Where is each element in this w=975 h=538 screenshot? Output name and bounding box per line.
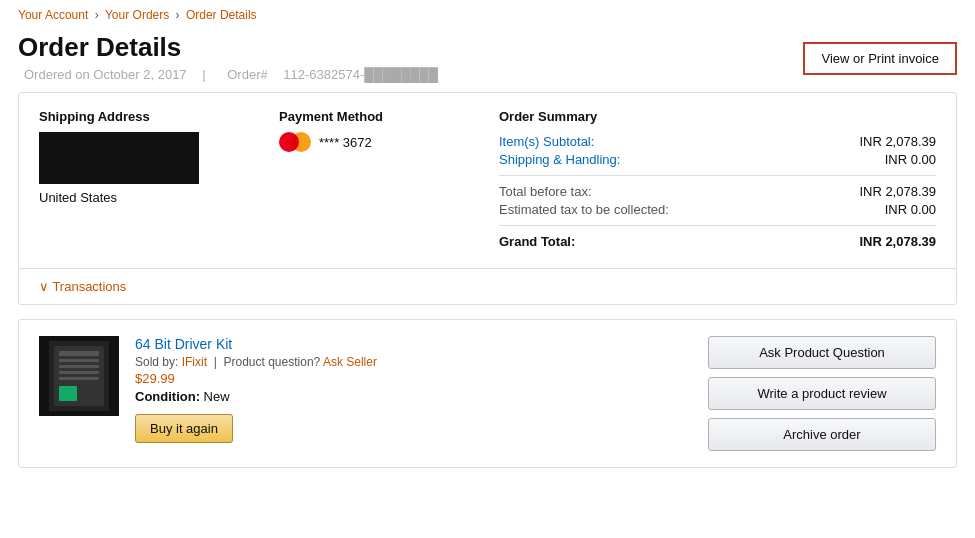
svg-rect-6 — [59, 377, 99, 380]
shipping-country: United States — [39, 190, 259, 205]
subtotal-label: Item(s) Subtotal: — [499, 134, 594, 149]
tax-label: Estimated tax to be collected: — [499, 202, 669, 217]
product-title[interactable]: 64 Bit Driver Kit — [135, 336, 692, 352]
page-title: Order Details — [18, 32, 450, 63]
breadcrumb-sep-2: › — [176, 8, 183, 22]
shipping-heading: Shipping Address — [39, 109, 259, 124]
ask-product-question-button[interactable]: Ask Product Question — [708, 336, 936, 369]
main-card: Shipping Address United States Payment M… — [18, 92, 957, 305]
page-title-block: Order Details Ordered on October 2, 2017… — [18, 32, 450, 82]
breadcrumb-sep-1: › — [95, 8, 102, 22]
product-question-label: Product question? — [224, 355, 321, 369]
invoice-button[interactable]: View or Print invoice — [803, 42, 957, 75]
svg-rect-2 — [59, 351, 99, 356]
svg-rect-7 — [59, 386, 77, 401]
summary-heading: Order Summary — [499, 109, 936, 124]
summary-row-total: Grand Total: INR 2,078.39 — [499, 234, 936, 249]
summary-row-tax: Estimated tax to be collected: INR 0.00 — [499, 202, 936, 217]
archive-order-button[interactable]: Archive order — [708, 418, 936, 451]
product-sold-by: Sold by: IFixit | Product question? Ask … — [135, 355, 692, 369]
meta-separator: | — [202, 67, 205, 82]
svg-rect-5 — [59, 371, 99, 374]
order-summary: Order Summary Item(s) Subtotal: INR 2,07… — [499, 109, 936, 252]
product-info: 64 Bit Driver Kit Sold by: IFixit | Prod… — [135, 336, 692, 443]
shipping-value: INR 0.00 — [885, 152, 936, 167]
breadcrumb-order-details[interactable]: Order Details — [186, 8, 257, 22]
sold-by-label: Sold by: — [135, 355, 178, 369]
order-meta: Ordered on October 2, 2017 | Order# 112-… — [18, 67, 450, 82]
shipping-col: Shipping Address United States — [39, 109, 279, 252]
payment-heading: Payment Method — [279, 109, 479, 124]
transactions-chevron: ∨ — [39, 279, 49, 294]
ask-seller-link[interactable]: Ask Seller — [323, 355, 377, 369]
transactions-link[interactable]: Transactions — [52, 279, 126, 294]
summary-row-shipping: Shipping & Handling: INR 0.00 — [499, 152, 936, 167]
transactions-toggle[interactable]: ∨ Transactions — [19, 269, 956, 304]
product-price: $29.99 — [135, 371, 692, 386]
payment-col: Payment Method **** 3672 — [279, 109, 499, 252]
tax-value: INR 0.00 — [885, 202, 936, 217]
info-row: Shipping Address United States Payment M… — [19, 93, 956, 269]
pretax-label: Total before tax: — [499, 184, 592, 199]
breadcrumb-orders[interactable]: Your Orders — [105, 8, 169, 22]
summary-divider-2 — [499, 225, 936, 226]
summary-divider — [499, 175, 936, 176]
product-condition: Condition: New — [135, 389, 692, 404]
svg-rect-3 — [59, 359, 99, 362]
condition-value: New — [204, 389, 230, 404]
order-date: Ordered on October 2, 2017 — [24, 67, 187, 82]
address-redacted — [39, 132, 199, 184]
write-review-button[interactable]: Write a product review — [708, 377, 936, 410]
svg-rect-4 — [59, 365, 99, 368]
product-image — [39, 336, 119, 416]
card-last4: **** 3672 — [319, 135, 372, 150]
breadcrumb: Your Account › Your Orders › Order Detai… — [0, 0, 975, 26]
product-card: 64 Bit Driver Kit Sold by: IFixit | Prod… — [18, 319, 957, 468]
summary-row-subtotal: Item(s) Subtotal: INR 2,078.39 — [499, 134, 936, 149]
condition-label: Condition: — [135, 389, 200, 404]
payment-row: **** 3672 — [279, 132, 479, 152]
product-actions: Ask Product Question Write a product rev… — [708, 336, 936, 451]
shipping-label: Shipping & Handling: — [499, 152, 620, 167]
summary-row-pretax: Total before tax: INR 2,078.39 — [499, 184, 936, 199]
subtotal-value: INR 2,078.39 — [859, 134, 936, 149]
order-number: Order# 112-6382574-████████ — [221, 67, 444, 82]
grand-total-value: INR 2,078.39 — [859, 234, 936, 249]
mastercard-icon — [279, 132, 311, 152]
seller-link[interactable]: IFixit — [182, 355, 207, 369]
buy-again-button[interactable]: Buy it again — [135, 414, 233, 443]
page-header: Order Details Ordered on October 2, 2017… — [0, 26, 975, 92]
pretax-value: INR 2,078.39 — [859, 184, 936, 199]
breadcrumb-account[interactable]: Your Account — [18, 8, 88, 22]
grand-total-label: Grand Total: — [499, 234, 575, 249]
